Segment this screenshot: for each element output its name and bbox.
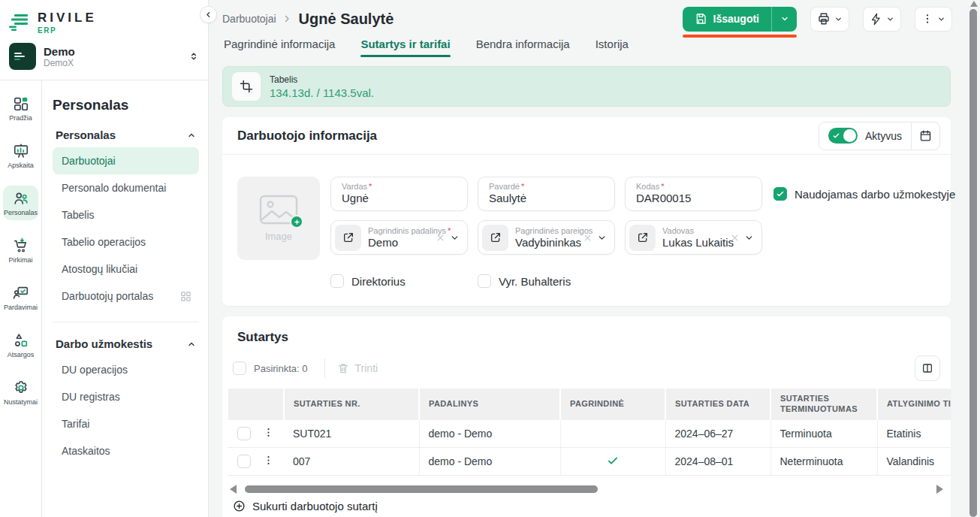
employee-image-placeholder[interactable]: Image: [237, 177, 320, 260]
vertical-scroll-thumb[interactable]: [969, 9, 977, 517]
row-kebab-menu[interactable]: [263, 427, 274, 438]
save-dropdown-caret[interactable]: [771, 7, 797, 32]
clear-icon[interactable]: [583, 233, 593, 243]
padalinys-field[interactable]: Pagrindinis padalinys* Demo: [330, 220, 468, 255]
chevron-up-icon[interactable]: [187, 131, 196, 140]
brand-product: ERP: [38, 26, 97, 35]
buhalteris-checkbox-row[interactable]: Vyr. Buhalteris: [478, 274, 615, 288]
col-terminuotumas[interactable]: SUTARTIES TERMINUOTUMAS: [770, 389, 877, 420]
rail-item-personalas[interactable]: Personalas: [3, 186, 38, 220]
row-checkbox[interactable]: [237, 427, 251, 440]
tab-pagrindine-informacija[interactable]: Pagrindinė informacija: [224, 38, 335, 57]
save-button[interactable]: Išsaugoti: [683, 7, 797, 32]
menu-item-personalo-dokumentai[interactable]: Personalo dokumentai: [53, 174, 199, 201]
table-row[interactable]: SUT021 demo - Demo 2024–06–27 Terminuota…: [228, 420, 951, 448]
vadovas-field[interactable]: Vadovas* Lukas Lukaitis: [625, 220, 762, 255]
scroll-up-arrow[interactable]: [970, 1, 978, 7]
payroll-checkbox[interactable]: [773, 187, 787, 201]
menu-section-darbo-uzmokestis[interactable]: Darbo užmokestis: [53, 337, 199, 350]
rail-item-pradzia[interactable]: Pradžia: [3, 91, 38, 125]
active-toggle-label: Aktyvus: [865, 130, 902, 142]
chevron-down-icon[interactable]: [597, 233, 607, 243]
menu-item-du-operacijos[interactable]: DU operacijos: [53, 356, 199, 383]
chevron-down-icon[interactable]: [744, 233, 754, 243]
rail-item-pardavimai[interactable]: Pardavimai: [3, 280, 38, 315]
menu-section-personalas[interactable]: Personalas: [53, 128, 199, 141]
select-all-checkbox[interactable]: [233, 361, 246, 375]
vardas-field[interactable]: Vardas* Ugnė: [330, 177, 468, 211]
add-image-button[interactable]: [290, 215, 303, 228]
delete-button[interactable]: Trinti: [337, 362, 378, 374]
calendar-button[interactable]: [911, 122, 939, 150]
rail-label: Pardavimai: [4, 304, 38, 311]
brand-logo[interactable]: RIVILE ERP: [9, 8, 199, 38]
active-toggle[interactable]: [828, 128, 858, 144]
open-vadovas-button[interactable]: [629, 225, 656, 251]
row-checkbox[interactable]: [237, 455, 251, 468]
cell-atlyginimo-tipas: Valandinis: [877, 448, 951, 476]
menu-item-darbuotojai[interactable]: Darbuotojai: [53, 147, 199, 174]
chevron-down-icon[interactable]: [450, 233, 460, 243]
create-contract-button[interactable]: Sukurti darbuotojo sutartį: [233, 500, 951, 512]
pareigos-field[interactable]: Pagrindinės pareigos* Vadybininkas: [478, 220, 615, 255]
tab-bendra-informacija[interactable]: Bendra informacija: [476, 38, 570, 57]
chevron-up-icon[interactable]: [187, 340, 196, 349]
menu-item-darbuotoju-portalas[interactable]: Darbuotojų portalas: [53, 283, 199, 310]
tab-istorija[interactable]: Istorija: [596, 38, 629, 57]
clear-icon[interactable]: [730, 233, 740, 243]
col-padalinys[interactable]: PADALINYS: [419, 389, 560, 420]
chevron-up-down-icon[interactable]: [188, 50, 199, 62]
menu-item-tabelio-operacijos[interactable]: Tabelio operacijos: [53, 228, 199, 255]
nav-rail: Pradžia Apskaita Personalas Pirkimai Par…: [0, 80, 42, 517]
employee-card-title: Darbuotojo informacija: [237, 128, 377, 144]
horizontal-scroll-thumb[interactable]: [245, 485, 598, 493]
payroll-checkbox-row[interactable]: Naudojamas darbo užmokestyje: [773, 187, 955, 201]
table-row[interactable]: 007 demo - Demo 2024–08–01 Neterminuota …: [228, 448, 951, 476]
open-pareigos-button[interactable]: [482, 225, 508, 251]
rail-item-pirkimai[interactable]: Pirkimai: [3, 233, 38, 268]
rail-item-nustatymai[interactable]: Nustatymai: [3, 375, 38, 410]
open-padalinys-button[interactable]: [335, 225, 361, 251]
breadcrumb: Darbuotojai Ugnė Saulytė: [222, 11, 394, 28]
clear-icon[interactable]: [436, 233, 445, 243]
buhalteris-checkbox[interactable]: [478, 274, 491, 288]
calendar-icon: [919, 129, 932, 142]
tab-sutartys-ir-tarifai[interactable]: Sutartys ir tarifai: [360, 38, 450, 57]
menu-item-ataskaitos[interactable]: Ataskaitos: [53, 437, 199, 464]
external-link-icon: [637, 231, 649, 243]
rail-label: Pradžia: [9, 114, 32, 122]
pavarde-field[interactable]: Pavardė* Saulytė: [478, 177, 615, 211]
direktorius-checkbox-row[interactable]: Direktorius: [330, 274, 468, 288]
menu-item-du-registras[interactable]: DU registras: [53, 383, 199, 410]
scroll-right-arrow[interactable]: [936, 485, 943, 494]
col-atlyginimo-tipas[interactable]: ATLYGINIMO TIPAS: [877, 389, 951, 420]
horizontal-scrollbar: [230, 485, 943, 494]
col-pagrindine[interactable]: PAGRINDINĖ: [560, 389, 665, 420]
sidebar-collapse-button[interactable]: [200, 6, 217, 23]
required-asterisk: *: [661, 182, 664, 191]
breadcrumb-parent[interactable]: Darbuotojai: [222, 13, 276, 25]
breadcrumb-chevron-icon: [282, 14, 291, 23]
vertical-scrollbar[interactable]: [969, 0, 978, 517]
col-sutarties-data[interactable]: SUTARTIES DATA: [665, 389, 770, 420]
company-name: Demo: [44, 45, 181, 58]
company-selector[interactable]: Demo DemoX: [9, 43, 199, 70]
scroll-left-arrow[interactable]: [230, 485, 237, 494]
direktorius-checkbox[interactable]: [330, 274, 344, 288]
column-settings-button[interactable]: [915, 355, 940, 381]
row-menu-cell: [252, 420, 284, 448]
menu-item-label: Tarifai: [62, 418, 89, 430]
row-kebab-menu[interactable]: [263, 455, 274, 466]
menu-item-atostogu-likuciai[interactable]: Atostogų likučiai: [53, 255, 199, 283]
rail-item-apskaita[interactable]: Apskaita: [3, 138, 38, 173]
more-menu-button[interactable]: [915, 7, 952, 32]
actions-bolt-button[interactable]: [863, 7, 901, 32]
rail-item-atsargos[interactable]: Atsargos: [3, 328, 38, 362]
menu-item-tabelis[interactable]: Tabelis: [53, 201, 199, 228]
external-link-icon: [342, 231, 354, 243]
horizontal-scroll-track[interactable]: [241, 485, 932, 493]
menu-item-tarifai[interactable]: Tarifai: [53, 410, 199, 437]
col-sutarties-nr[interactable]: SUTARTIES NR.: [284, 389, 419, 420]
kodas-field[interactable]: Kodas* DAR00015: [625, 177, 762, 211]
print-button[interactable]: [810, 7, 849, 32]
